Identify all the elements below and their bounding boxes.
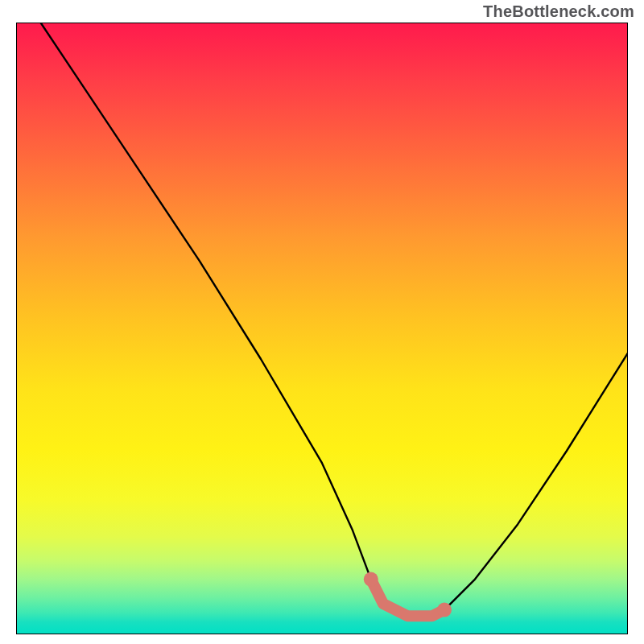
watermark-text: TheBottleneck.com bbox=[483, 2, 634, 21]
curve-layer bbox=[16, 23, 628, 634]
bottleneck-curve bbox=[40, 23, 628, 616]
optimal-range-end-icon bbox=[437, 603, 452, 617]
optimal-range-highlight bbox=[371, 580, 444, 617]
optimal-range-start-icon bbox=[364, 572, 378, 587]
chart-container: TheBottleneck.com bbox=[0, 0, 644, 644]
plot-area bbox=[16, 23, 628, 634]
